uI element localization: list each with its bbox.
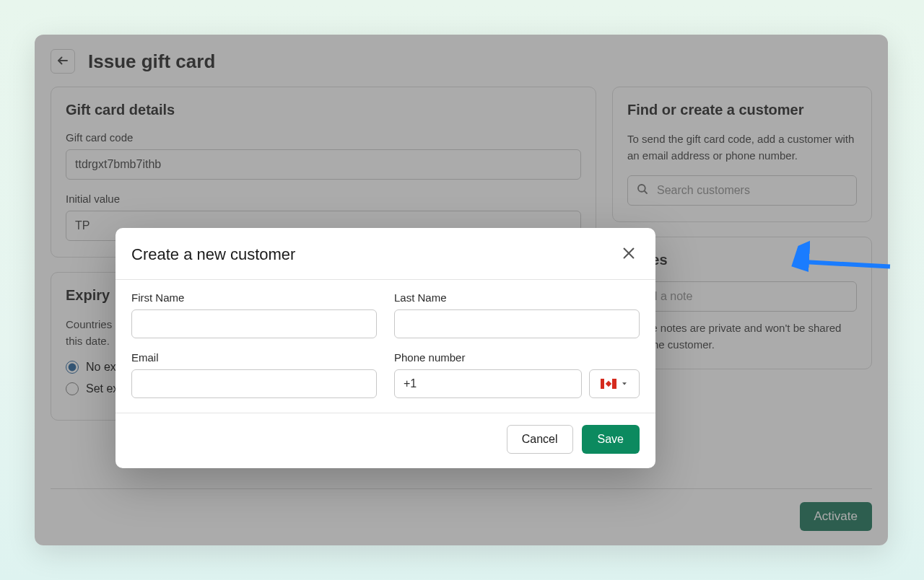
expiry-radio-none[interactable] [66, 361, 79, 374]
expiry-radio-set[interactable] [66, 382, 79, 395]
last-name-label: Last Name [394, 291, 640, 304]
activate-button[interactable]: Activate [800, 502, 872, 531]
cancel-button[interactable]: Cancel [507, 425, 573, 454]
last-name-input[interactable] [394, 309, 640, 338]
modal-header: Create a new customer [116, 228, 655, 279]
phone-country-select[interactable] [589, 369, 640, 398]
customer-search-input[interactable] [627, 175, 857, 206]
first-name-field: First Name [131, 291, 377, 338]
page-footer: Activate [51, 488, 872, 531]
arrow-left-icon [56, 54, 69, 69]
modal-close-button[interactable] [618, 242, 640, 266]
page-title: Issue gift card [88, 50, 215, 73]
email-field: Email [131, 351, 377, 398]
customer-card: Find or create a customer To send the gi… [612, 87, 872, 222]
initial-value-label: Initial value [66, 193, 581, 205]
phone-input[interactable] [394, 369, 582, 398]
gift-card-code-field: Gift card code [66, 131, 581, 180]
last-name-field: Last Name [394, 291, 640, 338]
details-heading: Gift card details [66, 102, 581, 118]
create-customer-modal: Create a new customer First Name Last Na… [116, 228, 655, 468]
search-icon [636, 183, 649, 198]
customer-search-wrap [627, 175, 857, 206]
phone-label: Phone number [394, 351, 640, 364]
phone-field: Phone number [394, 351, 640, 398]
chevron-down-icon [621, 377, 628, 390]
gift-card-code-label: Gift card code [66, 131, 581, 144]
modal-title: Create a new customer [131, 245, 295, 264]
email-input[interactable] [131, 369, 377, 398]
notes-heading: Notes [627, 252, 857, 268]
back-button[interactable] [51, 49, 75, 74]
email-label: Email [131, 351, 377, 364]
close-icon [621, 252, 637, 263]
customer-help: To send the gift card code, add a custom… [627, 131, 857, 164]
svg-line-2 [644, 190, 647, 193]
page-header: Issue gift card [51, 49, 872, 74]
first-name-input[interactable] [131, 309, 377, 338]
first-name-label: First Name [131, 291, 377, 304]
flag-canada-icon [601, 379, 616, 389]
notes-input[interactable] [627, 281, 857, 312]
modal-body: First Name Last Name Email Phone number [116, 280, 655, 413]
save-button[interactable]: Save [582, 425, 640, 454]
notes-help: These notes are private and won't be sha… [627, 320, 857, 353]
customer-heading: Find or create a customer [627, 102, 857, 118]
gift-card-code-input[interactable] [66, 149, 581, 180]
modal-footer: Cancel Save [116, 413, 655, 468]
